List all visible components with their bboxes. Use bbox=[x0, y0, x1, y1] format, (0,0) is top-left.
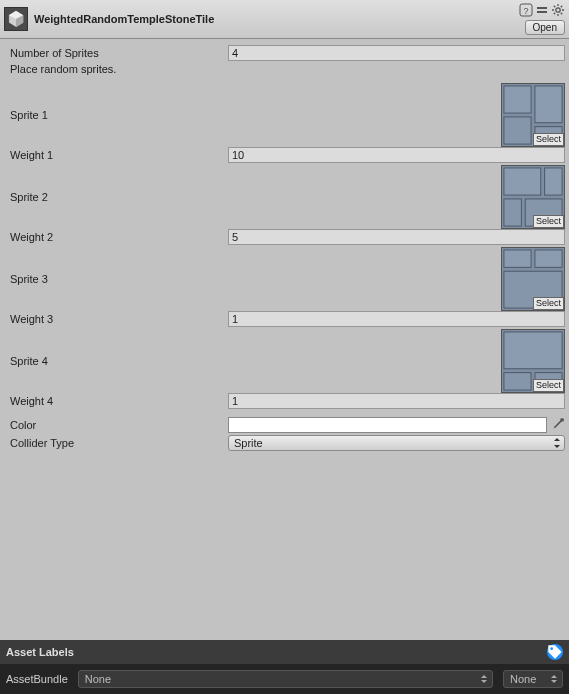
asset-labels-title: Asset Labels bbox=[6, 646, 74, 658]
sprite4-label: Sprite 4 bbox=[10, 355, 228, 367]
eyedropper-icon[interactable] bbox=[549, 417, 565, 433]
sprite2-label: Sprite 2 bbox=[10, 191, 228, 203]
svg-rect-6 bbox=[537, 11, 547, 13]
sprite3-select-button[interactable]: Select bbox=[533, 297, 564, 310]
sprite3-label: Sprite 3 bbox=[10, 273, 228, 285]
assetbundle-name-value: None bbox=[85, 673, 111, 685]
assetbundle-variant-value: None bbox=[510, 673, 536, 685]
weight4-input[interactable] bbox=[228, 393, 565, 409]
color-field[interactable] bbox=[228, 417, 547, 433]
assetbundle-label: AssetBundle bbox=[6, 673, 68, 685]
sprite1-select-button[interactable]: Select bbox=[533, 133, 564, 146]
gear-icon[interactable] bbox=[551, 3, 565, 17]
svg-rect-28 bbox=[535, 250, 562, 267]
svg-rect-32 bbox=[504, 373, 531, 390]
help-icon[interactable]: ? bbox=[519, 3, 533, 17]
sprite1-label: Sprite 1 bbox=[10, 109, 228, 121]
svg-rect-18 bbox=[535, 86, 562, 123]
open-button[interactable]: Open bbox=[525, 20, 565, 35]
svg-point-35 bbox=[550, 647, 553, 650]
svg-line-12 bbox=[554, 6, 555, 7]
svg-line-15 bbox=[554, 13, 555, 14]
svg-text:?: ? bbox=[523, 6, 528, 16]
asset-labels-bar: Asset Labels bbox=[0, 640, 569, 664]
weight3-label: Weight 3 bbox=[10, 313, 228, 325]
svg-rect-31 bbox=[504, 332, 562, 369]
asset-type-icon bbox=[4, 7, 28, 31]
svg-point-7 bbox=[556, 8, 560, 12]
assetbundle-variant-dropdown[interactable]: None bbox=[503, 670, 563, 688]
svg-rect-34 bbox=[560, 418, 563, 421]
weight1-input[interactable] bbox=[228, 147, 565, 163]
svg-rect-27 bbox=[504, 250, 531, 267]
description-label: Place random sprites. bbox=[10, 63, 565, 75]
asset-title: WeightedRandomTempleStoneTile bbox=[34, 13, 513, 25]
collider-type-label: Collider Type bbox=[10, 437, 228, 449]
collider-type-dropdown[interactable]: Sprite bbox=[228, 435, 565, 451]
weight1-label: Weight 1 bbox=[10, 149, 228, 161]
sprite1-preview[interactable]: Select bbox=[501, 83, 565, 147]
weight3-input[interactable] bbox=[228, 311, 565, 327]
sprite3-preview[interactable]: Select bbox=[501, 247, 565, 311]
weight4-label: Weight 4 bbox=[10, 395, 228, 407]
svg-rect-23 bbox=[545, 168, 562, 195]
svg-rect-22 bbox=[504, 168, 541, 195]
num-sprites-label: Number of Sprites bbox=[10, 47, 228, 59]
color-label: Color bbox=[10, 419, 228, 431]
weight2-input[interactable] bbox=[228, 229, 565, 245]
preset-icon[interactable] bbox=[535, 3, 549, 17]
sprite4-select-button[interactable]: Select bbox=[533, 379, 564, 392]
svg-rect-5 bbox=[537, 7, 547, 9]
weight2-label: Weight 2 bbox=[10, 231, 228, 243]
sprite4-preview[interactable]: Select bbox=[501, 329, 565, 393]
svg-rect-17 bbox=[504, 86, 531, 113]
svg-line-14 bbox=[561, 6, 562, 7]
svg-rect-24 bbox=[504, 199, 521, 226]
inspector-body: Number of Sprites Place random sprites. … bbox=[0, 39, 569, 457]
label-tag-icon[interactable] bbox=[547, 644, 563, 660]
inspector-header: WeightedRandomTempleStoneTile ? Open bbox=[0, 0, 569, 39]
collider-type-value: Sprite bbox=[234, 437, 263, 449]
sprite2-select-button[interactable]: Select bbox=[533, 215, 564, 228]
assetbundle-footer: AssetBundle None None bbox=[0, 664, 569, 694]
assetbundle-name-dropdown[interactable]: None bbox=[78, 670, 493, 688]
sprite2-preview[interactable]: Select bbox=[501, 165, 565, 229]
svg-rect-19 bbox=[504, 117, 531, 144]
svg-line-13 bbox=[561, 13, 562, 14]
num-sprites-input[interactable] bbox=[228, 45, 565, 61]
